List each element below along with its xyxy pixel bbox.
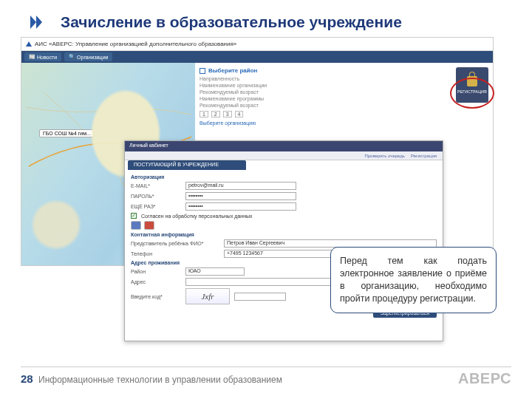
password2-label: ЕЩЁ РАЗ* [131, 204, 181, 209]
registration-link[interactable]: Регистрация [411, 154, 437, 158]
slide-footer: 28 Информационные технологии в управлени… [21, 366, 511, 387]
filter-line: Наименование программы [200, 96, 488, 101]
check-queue-link[interactable]: Проверить очередь [364, 154, 405, 158]
social-icon[interactable] [144, 221, 154, 230]
region-label: Район [131, 269, 181, 274]
page-num[interactable]: 4 [235, 111, 244, 117]
app-toolbar: 📰 Новости 🔍 Организации [21, 51, 493, 63]
password2-field[interactable]: •••••••• [185, 202, 296, 211]
auth-section: Авторизация [131, 174, 437, 180]
callout-box: Перед тем как подать электронное заявлен… [330, 247, 497, 313]
captcha-label: Введите код* [131, 294, 181, 299]
captcha-image: Jxfr [185, 288, 230, 304]
address-label: Адрес [131, 279, 181, 284]
consent-text: Согласен на обработку персональных данны… [141, 214, 253, 219]
app-title: АИС «АВЕРС: Управление организацией допо… [35, 41, 236, 47]
social-icons [131, 221, 437, 230]
password-field[interactable]: •••••••• [185, 192, 296, 200]
page-num[interactable]: 3 [223, 111, 232, 117]
filter-line: Рекомендуемый возраст [200, 89, 488, 95]
phone-field[interactable]: +7495 1234567 [224, 250, 335, 258]
email-label: E-MAIL* [131, 183, 181, 188]
email-field[interactable]: petrov@mail.ru [185, 182, 296, 190]
panel-heading: Выберите район [200, 67, 488, 74]
page-num[interactable]: 1 [200, 111, 208, 117]
brand-label: АВЕРС [458, 370, 511, 387]
fio-label: Представитель ребёнка ФИО* [131, 241, 219, 246]
password-label: ПАРОЛЬ* [131, 194, 181, 199]
toolbar-news-button[interactable]: 📰 Новости [24, 52, 61, 61]
applicant-tab[interactable]: ПОСТУПАЮЩИЙ В УЧРЕЖДЕНИЕ [128, 160, 246, 170]
chevron-icon [28, 13, 46, 31]
phone-label: Телефон [131, 251, 219, 256]
highlight-circle [450, 78, 494, 109]
app-logo-icon [26, 41, 32, 47]
region-field[interactable]: ЮАО [185, 267, 245, 276]
page-number: 28 [21, 372, 33, 385]
filter-line: Направленность [200, 76, 488, 81]
filter-line: Рекомендуемый возраст [200, 103, 488, 108]
toolbar-orgs-button[interactable]: 🔍 Организации [64, 52, 112, 61]
modal-links: Проверить очередь Регистрация [125, 151, 443, 160]
footer-text: Информационные технологии в управлении о… [38, 375, 282, 385]
filter-line: Наименование организации [200, 83, 488, 88]
consent-checkbox[interactable]: ✓ [131, 213, 137, 219]
content-area: АИС «АВЕРС: Управление организацией допо… [21, 37, 508, 332]
page-num[interactable]: 2 [211, 111, 220, 117]
org-selector-link[interactable]: Выберите организацию [200, 120, 488, 126]
slide-title: Зачисление в образовательное учреждение [61, 13, 402, 31]
modal-header: Личный кабинет [125, 141, 443, 151]
contact-section: Контактная информация [131, 232, 437, 237]
map-pin[interactable]: ГБО СОШ №4 гим... [39, 129, 95, 137]
app-header: АИС «АВЕРС: Управление организацией допо… [21, 38, 493, 51]
captcha-field[interactable] [234, 293, 286, 301]
social-icon[interactable] [131, 221, 141, 230]
